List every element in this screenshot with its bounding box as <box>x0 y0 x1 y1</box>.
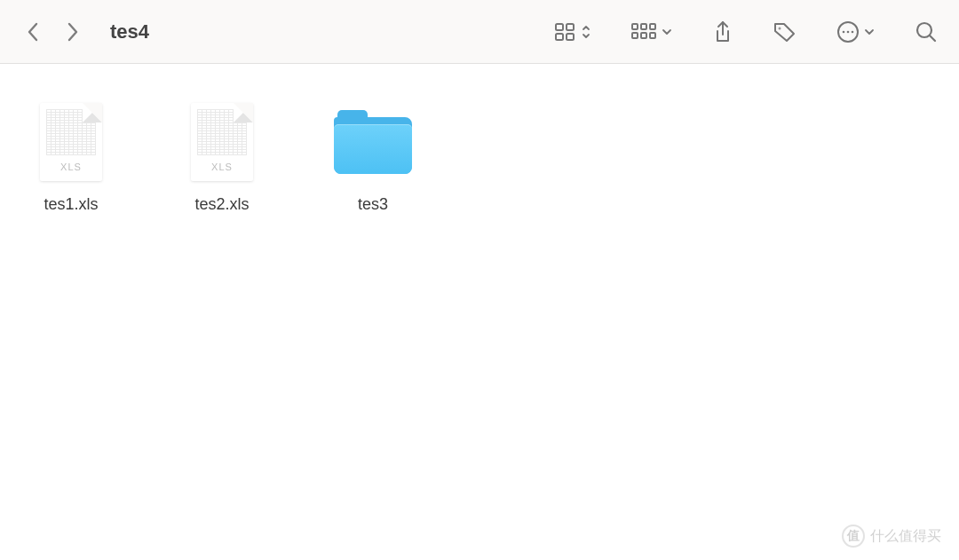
back-button[interactable] <box>18 16 50 48</box>
svg-point-14 <box>847 30 850 33</box>
watermark: 值 什么值得买 <box>842 525 941 548</box>
xls-file-icon: XLS <box>31 98 111 186</box>
folder-title: tes4 <box>110 20 149 43</box>
svg-rect-9 <box>650 33 655 38</box>
folder-icon <box>333 98 413 186</box>
svg-rect-6 <box>650 24 655 29</box>
file-item[interactable]: XLS tes2.xls <box>178 98 266 214</box>
folder-item[interactable]: tes3 <box>329 98 417 214</box>
svg-rect-1 <box>567 24 574 30</box>
view-icon-button[interactable] <box>551 16 595 48</box>
file-label: tes1.xls <box>44 195 98 214</box>
toolbar: tes4 <box>0 0 959 64</box>
file-item[interactable]: XLS tes1.xls <box>27 98 115 214</box>
folder-label: tes3 <box>358 195 388 214</box>
xls-file-icon: XLS <box>182 98 262 186</box>
watermark-logo-icon: 值 <box>842 525 865 548</box>
svg-rect-5 <box>641 24 646 29</box>
share-button[interactable] <box>709 16 737 48</box>
tags-button[interactable] <box>769 16 801 48</box>
search-button[interactable] <box>911 16 941 48</box>
group-by-button[interactable] <box>627 16 677 48</box>
svg-rect-2 <box>556 34 563 40</box>
file-grid: XLS tes1.xls XLS tes2.xls tes3 <box>0 64 959 248</box>
svg-rect-3 <box>567 34 574 40</box>
svg-line-17 <box>930 35 935 41</box>
svg-point-13 <box>843 30 845 33</box>
file-label: tes2.xls <box>194 195 249 214</box>
forward-button[interactable] <box>57 16 89 48</box>
svg-rect-8 <box>641 33 646 38</box>
svg-rect-0 <box>556 24 563 30</box>
svg-point-15 <box>852 30 854 33</box>
actions-button[interactable] <box>833 16 879 48</box>
watermark-text: 什么值得买 <box>870 527 941 546</box>
svg-rect-7 <box>632 33 638 38</box>
svg-point-11 <box>779 27 781 29</box>
svg-rect-4 <box>632 24 638 29</box>
